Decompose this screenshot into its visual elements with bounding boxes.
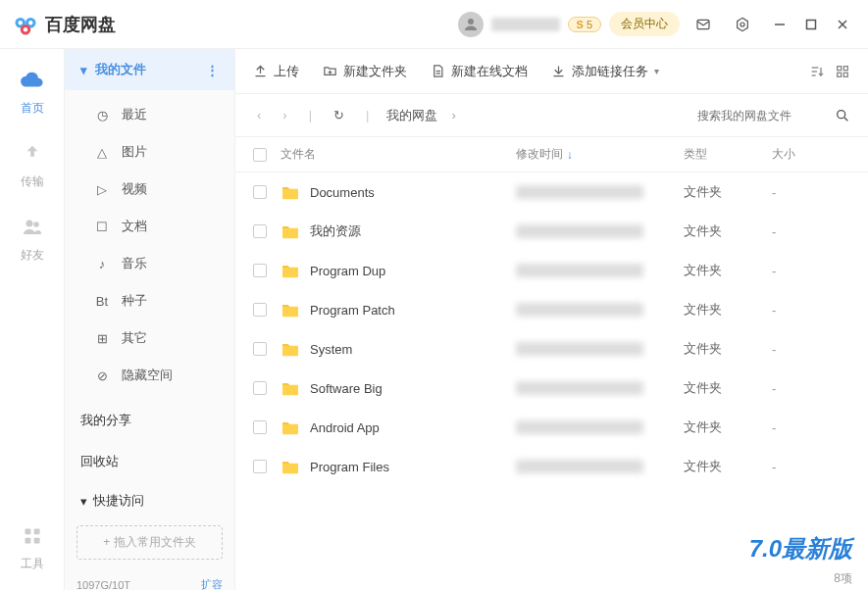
column-type[interactable]: 类型: [684, 146, 772, 163]
new-folder-button[interactable]: 新建文件夹: [323, 63, 407, 80]
file-row[interactable]: Program Dup 文件夹 -: [235, 251, 868, 290]
add-link-button[interactable]: 添加链接任务 ▾: [551, 63, 659, 80]
sidebar-recycle[interactable]: 回收站: [65, 441, 234, 482]
svg-rect-28: [838, 66, 842, 70]
file-date-redacted: [516, 303, 643, 317]
folder-icon: [281, 263, 300, 278]
file-row[interactable]: Android App 文件夹 -: [235, 408, 868, 447]
settings-icon[interactable]: [727, 9, 758, 40]
svg-rect-18: [33, 529, 39, 535]
svg-rect-31: [843, 73, 847, 76]
svg-point-15: [26, 221, 32, 227]
row-checkbox[interactable]: [253, 224, 267, 238]
row-checkbox[interactable]: [253, 420, 267, 434]
svg-rect-29: [843, 66, 847, 70]
column-size[interactable]: 大小: [772, 146, 850, 163]
left-nav: 首页 传输 好友 工具: [0, 49, 65, 590]
expand-storage-link[interactable]: 扩容: [201, 577, 223, 590]
sidebar-myshare[interactable]: 我的分享: [65, 400, 234, 441]
sidebar-item-3[interactable]: ☐文档: [65, 208, 234, 245]
file-row[interactable]: Documents 文件夹 -: [235, 172, 868, 212]
pathbar: ‹ › | ↻ | 我的网盘 ›: [235, 94, 868, 137]
vip-center-button[interactable]: 会员中心: [609, 12, 680, 36]
close-button[interactable]: [829, 11, 856, 38]
sort-desc-icon: ↓: [567, 148, 573, 162]
path-root[interactable]: 我的网盘: [386, 107, 437, 124]
user-avatar[interactable]: [458, 12, 484, 37]
file-row[interactable]: Program Patch 文件夹 -: [235, 290, 868, 329]
nav-back[interactable]: ‹: [253, 108, 265, 123]
sidebar-item-7[interactable]: ⊘隐藏空间: [65, 357, 234, 394]
file-date-redacted: [516, 264, 643, 277]
select-all-checkbox[interactable]: [253, 148, 267, 162]
titlebar: 百度网盘 S 5 会员中心: [0, 0, 868, 49]
sidebar-item-0[interactable]: ◷最近: [65, 96, 234, 133]
column-name[interactable]: 文件名: [281, 146, 516, 163]
row-checkbox[interactable]: [253, 342, 267, 356]
window-controls: [766, 11, 856, 38]
quick-add-dropzone[interactable]: + 拖入常用文件夹: [77, 525, 223, 560]
upload-button[interactable]: 上传: [253, 63, 299, 80]
file-name: Program Files: [310, 460, 389, 474]
sidebar-item-6[interactable]: ⊞其它: [65, 320, 234, 357]
sort-icon[interactable]: [809, 64, 825, 79]
more-icon[interactable]: ⋮: [206, 63, 219, 77]
file-row[interactable]: Program Files 文件夹 -: [235, 447, 868, 486]
app-logo: 百度网盘: [12, 11, 116, 38]
category-icon: ⊞: [94, 331, 110, 346]
sidebar-item-5[interactable]: Bt种子: [65, 282, 234, 320]
row-checkbox[interactable]: [253, 460, 267, 473]
row-checkbox[interactable]: [253, 303, 267, 317]
file-row[interactable]: Software Big 文件夹 -: [235, 369, 868, 408]
grid-view-icon[interactable]: [835, 64, 850, 79]
sidebar-item-4[interactable]: ♪音乐: [65, 245, 234, 282]
file-date-redacted: [516, 420, 643, 434]
sidebar-item-1[interactable]: △图片: [65, 133, 234, 171]
cloud-icon: [19, 67, 46, 94]
maximize-button[interactable]: [797, 11, 825, 38]
svg-point-4: [28, 21, 32, 25]
nav-transfer[interactable]: 传输: [19, 140, 46, 190]
file-row[interactable]: 我的资源 文件夹 -: [235, 212, 868, 251]
svg-rect-17: [25, 529, 30, 535]
sidebar: ▾ 我的文件 ⋮ ◷最近△图片▷视频☐文档♪音乐Bt种子⊞其它⊘隐藏空间 我的分…: [65, 49, 235, 590]
svg-line-33: [844, 118, 847, 121]
row-checkbox[interactable]: [253, 264, 267, 277]
row-checkbox[interactable]: [253, 185, 267, 199]
row-checkbox[interactable]: [253, 381, 267, 395]
mail-icon[interactable]: [688, 9, 719, 40]
file-size: -: [772, 185, 850, 200]
new-doc-button[interactable]: 新建在线文档: [431, 63, 528, 80]
file-size: -: [772, 264, 850, 278]
file-size: -: [772, 224, 850, 239]
file-name: Documents: [310, 185, 375, 200]
category-icon: ▷: [94, 182, 110, 197]
file-name: Android App: [310, 420, 380, 435]
minimize-button[interactable]: [766, 11, 793, 38]
file-name: Program Patch: [310, 303, 395, 318]
app-name: 百度网盘: [45, 13, 116, 36]
svg-rect-30: [838, 73, 842, 76]
category-icon: ☐: [94, 220, 110, 234]
search-input[interactable]: [697, 109, 825, 123]
column-date[interactable]: 修改时间 ↓: [516, 146, 684, 163]
file-size: -: [772, 381, 850, 396]
sidebar-header-myfiles[interactable]: ▾ 我的文件 ⋮: [65, 49, 234, 90]
nav-friends[interactable]: 好友: [19, 214, 46, 264]
refresh-icon[interactable]: ↻: [330, 108, 348, 123]
sidebar-quickaccess[interactable]: ▾ 快捷访问: [65, 482, 234, 519]
file-row[interactable]: System 文件夹 -: [235, 329, 868, 369]
level-badge[interactable]: S 5: [568, 17, 601, 32]
file-type: 文件夹: [684, 340, 772, 358]
svg-marker-14: [26, 146, 37, 157]
search-icon[interactable]: [835, 108, 850, 123]
nav-tools[interactable]: 工具: [19, 522, 46, 572]
file-type: 文件夹: [684, 301, 772, 319]
nav-forward[interactable]: ›: [279, 108, 290, 123]
nav-home[interactable]: 首页: [19, 67, 46, 117]
sidebar-item-2[interactable]: ▷视频: [65, 171, 234, 208]
file-date-redacted: [516, 185, 643, 199]
file-size: -: [772, 420, 850, 435]
storage-text: 1097G/10T 扩容: [65, 575, 234, 590]
new-folder-icon: [323, 64, 337, 78]
